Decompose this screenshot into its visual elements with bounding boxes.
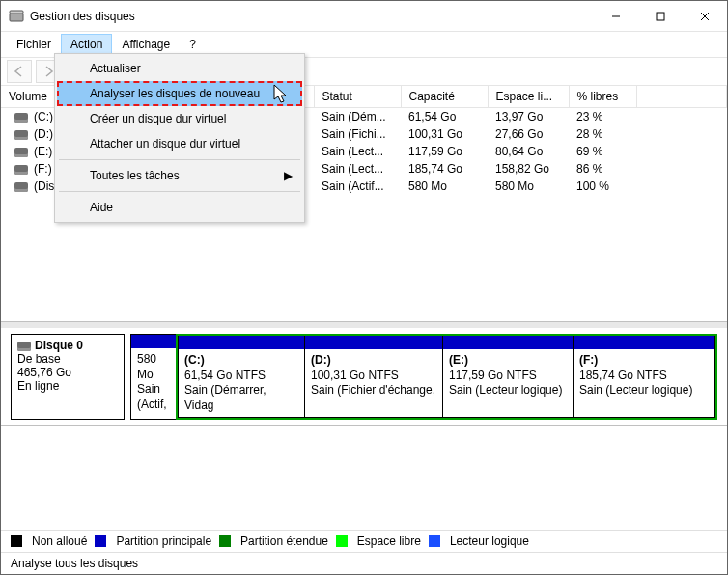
cell-cap: 61,54 Go: [401, 108, 488, 126]
partition-header: [131, 335, 176, 348]
extended-partition-group: (C:) 61,54 Go NTFS Sain (Démarrer, Vidag…: [176, 334, 717, 420]
cell-volume: (E:): [34, 145, 52, 158]
partition-status: Sain (Lecteur logique): [579, 383, 709, 398]
close-button[interactable]: [683, 2, 727, 31]
legend-label: Lecteur logique: [450, 534, 529, 548]
col-statut[interactable]: Statut: [314, 86, 401, 108]
cell-cap: 580 Mo: [401, 178, 488, 195]
cell-statut: Sain (Fichi...: [314, 125, 401, 143]
disk-type: De base: [17, 352, 118, 366]
menu-help[interactable]: ?: [180, 34, 206, 55]
app-icon: [9, 9, 24, 24]
menu-item-label: Toutes les tâches: [90, 169, 180, 182]
menu-item-help[interactable]: Aide: [57, 195, 302, 220]
cell-statut: Sain (Lect...: [314, 143, 401, 160]
partition-letter: (D:): [311, 353, 331, 367]
titlebar: Gestion des disques: [1, 1, 727, 32]
partition[interactable]: (E:) 117,59 Go NTFS Sain (Lecteur logiqu…: [442, 336, 574, 418]
cell-statut: Sain (Actif...: [314, 178, 401, 195]
partition-status: Sain (Actif,: [137, 382, 170, 412]
legend: Non alloué Partition principale Partitio…: [1, 530, 727, 553]
partition-header: [443, 336, 573, 349]
col-filler[interactable]: [636, 86, 727, 108]
partition-size: 100,31 Go NTFS: [311, 369, 436, 384]
partition[interactable]: 580 Mo Sain (Actif,: [130, 334, 177, 420]
disk-label[interactable]: Disque 0 De base 465,76 Go En ligne: [11, 334, 125, 420]
volume-icon: [14, 148, 28, 157]
menu-action[interactable]: Action: [61, 34, 112, 55]
partition[interactable]: (C:) 61,54 Go NTFS Sain (Démarrer, Vidag: [178, 336, 305, 418]
partition-map: 580 Mo Sain (Actif, (C:) 61,54 Go NTFS S…: [130, 334, 717, 420]
menu-affichage[interactable]: Affichage: [112, 34, 180, 55]
graphical-view[interactable]: Disque 0 De base 465,76 Go En ligne 580 …: [1, 322, 727, 426]
partition[interactable]: (D:) 100,31 Go NTFS Sain (Fichier d'écha…: [304, 336, 443, 418]
menu-item-refresh[interactable]: Actualiser: [57, 56, 302, 81]
legend-label: Non alloué: [32, 534, 87, 548]
menu-separator: [59, 159, 300, 160]
cell-volume: (F:): [34, 162, 52, 176]
cell-statut: Sain (Dém...: [314, 108, 401, 126]
cell-libre: 27,66 Go: [488, 125, 569, 143]
disk-size: 465,76 Go: [17, 366, 118, 379]
legend-label: Partition étendue: [240, 534, 328, 548]
partition-size: 580 Mo: [137, 352, 170, 382]
window-title: Gestion des disques: [30, 10, 594, 23]
partition-size: 61,54 Go NTFS: [184, 369, 298, 384]
cell-volume: (D:): [34, 127, 53, 141]
maximize-button[interactable]: [638, 2, 683, 31]
menu-item-create-vhd[interactable]: Créer un disque dur virtuel: [57, 106, 302, 131]
partition-letter: (E:): [449, 353, 468, 367]
svg-rect-0: [10, 14, 23, 21]
cell-pct: 23 %: [569, 108, 636, 126]
partition-letter: (F:): [579, 353, 598, 367]
partition-status: Sain (Lecteur logique): [449, 383, 567, 398]
legend-label: Espace libre: [357, 534, 421, 548]
cell-libre: 580 Mo: [488, 178, 569, 195]
swatch-extended: [219, 535, 231, 547]
window-controls: [594, 2, 727, 31]
partition-header: [305, 336, 442, 349]
swatch-free: [336, 535, 348, 547]
volume-icon: [14, 130, 28, 140]
mouse-cursor-icon: [273, 84, 291, 105]
menu-item-all-tasks[interactable]: Toutes les tâches ▶: [57, 163, 302, 188]
menu-item-rescan-disks[interactable]: Analyser les disques de nouveau: [57, 81, 302, 106]
cell-pct: 86 %: [569, 160, 636, 178]
volume-icon: [14, 113, 28, 123]
swatch-logical: [429, 535, 440, 547]
empty-area: [1, 426, 727, 530]
cell-cap: 117,59 Go: [401, 143, 488, 160]
disk-state: En ligne: [17, 379, 118, 393]
volume-icon: [14, 182, 28, 192]
col-capacite[interactable]: Capacité: [401, 86, 488, 108]
svg-rect-3: [657, 13, 664, 20]
menu-item-attach-vhd[interactable]: Attacher un disque dur virtuel: [57, 131, 302, 156]
partition-size: 117,59 Go NTFS: [449, 369, 567, 384]
disk-icon: [17, 342, 31, 351]
back-button[interactable]: [7, 60, 32, 83]
cell-pct: 69 %: [569, 143, 636, 160]
svg-rect-1: [10, 11, 23, 14]
volume-icon: [14, 165, 28, 175]
partition-header: [574, 336, 714, 349]
cell-volume: (C:): [34, 110, 53, 123]
cell-libre: 13,97 Go: [488, 108, 569, 126]
partition-header: [179, 336, 304, 349]
cell-libre: 158,82 Go: [488, 160, 569, 178]
partition-size: 185,74 Go NTFS: [579, 369, 709, 384]
cell-pct: 28 %: [569, 125, 636, 143]
col-libre[interactable]: Espace li...: [488, 86, 569, 108]
cell-cap: 100,31 Go: [401, 125, 488, 143]
partition-letter: (C:): [184, 353, 205, 367]
submenu-arrow-icon: ▶: [284, 169, 293, 182]
menu-separator: [59, 191, 300, 192]
partition[interactable]: (F:) 185,74 Go NTFS Sain (Lecteur logiqu…: [573, 336, 715, 418]
menu-fichier[interactable]: Fichier: [7, 34, 61, 55]
action-menu: Actualiser Analyser les disques de nouve…: [54, 53, 305, 223]
cell-cap: 185,74 Go: [401, 160, 488, 178]
cell-statut: Sain (Lect...: [314, 160, 401, 178]
disk-name: Disque 0: [35, 339, 83, 352]
col-pct[interactable]: % libres: [569, 86, 636, 108]
cell-libre: 80,64 Go: [488, 143, 569, 160]
minimize-button[interactable]: [594, 2, 638, 31]
